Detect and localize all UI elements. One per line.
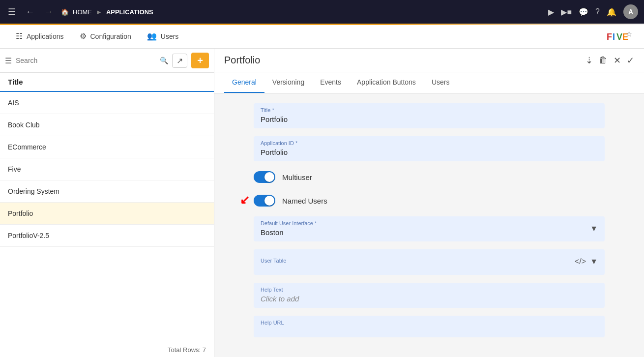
back-button[interactable]: ←: [24, 5, 36, 19]
top-nav: ☰ ← → 🏠 HOME ► APPLICATIONS ▶ ▶■ 💬 ? 🔔 A: [0, 0, 644, 24]
breadcrumb-sep: ►: [96, 8, 102, 16]
forward-button[interactable]: →: [42, 5, 55, 19]
home-icon: 🏠: [61, 8, 69, 16]
page-title: Portfolio: [224, 55, 585, 66]
search-input[interactable]: [16, 57, 157, 64]
add-button[interactable]: +: [191, 53, 209, 68]
list-item-portfolio[interactable]: Portfolio: [0, 203, 214, 225]
list-item-ais[interactable]: AIS: [0, 92, 214, 114]
expand-button[interactable]: ↗: [172, 54, 187, 68]
tab-general[interactable]: General: [224, 72, 264, 93]
named-users-label: Named Users: [282, 197, 327, 205]
sidebar: ☰ 🔍 ↗ + Title AIS Book Club ECommerce Fi…: [0, 49, 214, 357]
applications-grid-icon: ☷: [16, 31, 23, 41]
home-label[interactable]: HOME: [73, 8, 92, 16]
save-button[interactable]: ✓: [627, 55, 634, 66]
appid-value[interactable]: Portfolio: [261, 148, 598, 156]
form-area: Title * Portfolio Application ID * Portf…: [214, 93, 644, 357]
sec-nav: ☷ Applications ⚙ Configuration 👥 Users F…: [0, 25, 644, 49]
nav-applications[interactable]: ☷ Applications: [8, 25, 72, 48]
title-field[interactable]: Title * Portfolio: [254, 103, 605, 128]
download-button[interactable]: ⇣: [585, 55, 593, 66]
help-text-value[interactable]: Click to add: [261, 295, 598, 303]
title-value[interactable]: Portfolio: [261, 115, 598, 123]
configuration-icon: ⚙: [80, 31, 87, 41]
nav-configuration[interactable]: ⚙ Configuration: [72, 25, 139, 48]
chat-button[interactable]: 💬: [579, 7, 588, 17]
search-icon[interactable]: 🔍: [160, 57, 168, 64]
top-actions: ▶ ▶■ 💬 ? 🔔 A: [548, 4, 638, 19]
main-layout: ☰ 🔍 ↗ + Title AIS Book Club ECommerce Fi…: [0, 49, 644, 357]
menu-icon[interactable]: ☰: [6, 4, 18, 19]
list-item-ordering[interactable]: Ordering System: [0, 180, 214, 203]
named-users-row: ↗ Named Users: [254, 193, 605, 208]
multiuser-label: Multiuser: [282, 173, 312, 181]
bell-button[interactable]: 🔔: [607, 7, 616, 17]
svg-text:I: I: [613, 32, 615, 42]
breadcrumb: 🏠 HOME ► APPLICATIONS: [61, 8, 153, 16]
multiuser-toggle[interactable]: [254, 171, 275, 183]
list-item-ecommerce[interactable]: ECommerce: [0, 136, 214, 158]
help-button[interactable]: ?: [595, 7, 600, 16]
user-avatar[interactable]: A: [623, 4, 638, 19]
default-ui-label: Default User Interface *: [261, 220, 590, 226]
tab-users[interactable]: Users: [424, 72, 458, 93]
sidebar-toolbar: ☰ 🔍 ↗ +: [0, 49, 214, 73]
search-box: 🔍: [16, 57, 168, 64]
svg-text:V: V: [616, 32, 622, 42]
user-table-dropdown-icon[interactable]: ▼: [590, 257, 598, 266]
default-ui-value: Boston: [261, 228, 590, 237]
help-url-label: Help URL: [261, 320, 598, 326]
users-icon: 👥: [147, 31, 157, 41]
appid-label: Application ID *: [261, 140, 598, 146]
title-label: Title *: [261, 107, 598, 113]
five-logo-svg: F I V E: [607, 31, 636, 43]
close-button[interactable]: ✕: [614, 55, 621, 66]
tabs-bar: General Versioning Events Application Bu…: [214, 72, 644, 93]
user-table-icons: </> ▼: [575, 257, 598, 266]
sidebar-header: Title: [0, 73, 214, 92]
help-text-label: Help Text: [261, 287, 598, 293]
user-table-label: User Table: [261, 258, 575, 264]
appid-field[interactable]: Application ID * Portfolio: [254, 136, 605, 161]
header-actions: ⇣ 🗑 ✕ ✓: [585, 55, 634, 66]
tab-versioning[interactable]: Versioning: [264, 72, 312, 93]
filter-icon: ☰: [5, 56, 12, 65]
help-text-field[interactable]: Help Text Click to add: [254, 283, 605, 308]
content-area: Portfolio ⇣ 🗑 ✕ ✓ General Versioning Eve…: [214, 49, 644, 357]
content-header: Portfolio ⇣ 🗑 ✕ ✓: [214, 49, 644, 72]
user-table-field[interactable]: User Table </> ▼: [254, 249, 605, 275]
five-logo: F I V E: [607, 31, 636, 43]
default-ui-field[interactable]: Default User Interface * Boston ▼: [254, 216, 605, 241]
app-label: APPLICATIONS: [106, 8, 153, 16]
multiuser-row: Multiuser: [254, 169, 605, 185]
user-table-code-icon[interactable]: </>: [575, 257, 586, 266]
default-ui-dropdown-icon[interactable]: ▼: [590, 224, 598, 233]
delete-button[interactable]: 🗑: [599, 55, 608, 65]
sidebar-list: AIS Book Club ECommerce Five Ordering Sy…: [0, 92, 214, 341]
svg-text:F: F: [607, 32, 612, 42]
help-url-field[interactable]: Help URL: [254, 316, 605, 337]
play-button[interactable]: ▶: [548, 7, 554, 17]
list-item-portfoliov25[interactable]: PortfolioV-2.5: [0, 225, 214, 247]
tab-appbuttons[interactable]: Application Buttons: [349, 72, 424, 93]
named-users-toggle[interactable]: [254, 195, 275, 207]
present-button[interactable]: ▶■: [561, 7, 572, 17]
nav-users[interactable]: 👥 Users: [139, 25, 187, 48]
list-item-five[interactable]: Five: [0, 158, 214, 180]
tab-events[interactable]: Events: [312, 72, 349, 93]
list-item-bookclub[interactable]: Book Club: [0, 114, 214, 136]
sidebar-footer: Total Rows: 7: [0, 341, 214, 357]
red-arrow-annotation: ↗: [240, 194, 250, 208]
